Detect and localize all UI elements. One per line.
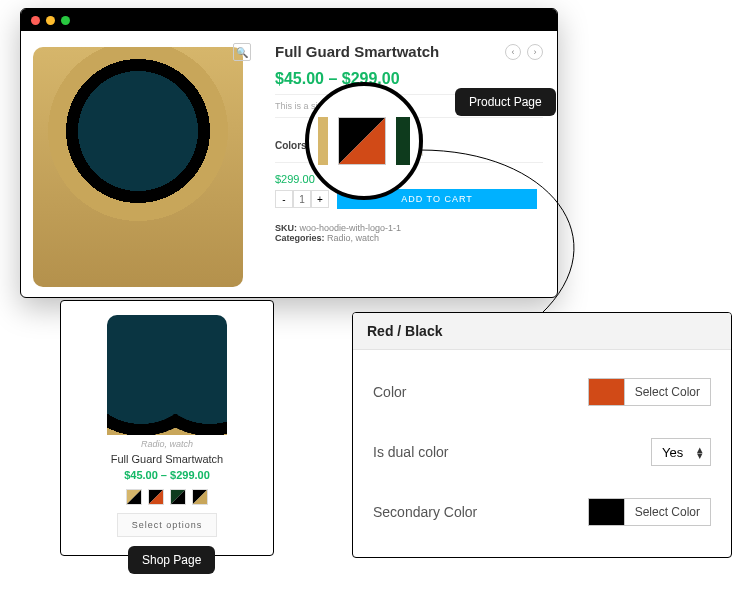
image-zoom-button[interactable]: 🔍 <box>233 43 251 61</box>
secondary-color-picker[interactable]: Select Color <box>588 498 711 526</box>
magnified-swatch-red-black <box>338 117 386 165</box>
qty-increase-button[interactable]: + <box>311 190 329 208</box>
connector-curve <box>410 140 630 320</box>
sku-value: woo-hoodie-with-logo-1-1 <box>300 223 402 233</box>
prev-product-button[interactable]: ‹ <box>505 44 521 60</box>
shop-page-card: Radio, watch Full Guard Smartwatch $45.0… <box>60 300 274 556</box>
setting-label-secondary: Secondary Color <box>373 504 477 520</box>
window-minimize-icon[interactable] <box>46 16 55 25</box>
shop-product-price: $45.00 – $299.00 <box>71 469 263 481</box>
setting-row-is-dual: Is dual color Yes ▴▾ <box>373 422 711 482</box>
product-image-column: 🔍 <box>21 31 261 297</box>
categories-value: Radio, watch <box>327 233 379 243</box>
categories-label: Categories: <box>275 233 325 243</box>
product-title: Full Guard Smartwatch <box>275 43 439 60</box>
secondary-color-button-label: Select Color <box>625 505 710 519</box>
qty-decrease-button[interactable]: - <box>275 190 293 208</box>
shop-product-category: Radio, watch <box>71 439 263 449</box>
window-zoom-icon[interactable] <box>61 16 70 25</box>
sku-label: SKU: <box>275 223 297 233</box>
shop-product-title[interactable]: Full Guard Smartwatch <box>71 453 263 465</box>
swatch-settings-panel: Red / Black Color Select Color Is dual c… <box>352 312 732 558</box>
setting-row-secondary-color: Secondary Color Select Color <box>373 482 711 542</box>
shop-color-swatch-0[interactable] <box>126 489 142 505</box>
shop-color-swatch-1[interactable] <box>148 489 164 505</box>
secondary-color-chip <box>589 499 625 525</box>
setting-label-is-dual: Is dual color <box>373 444 448 460</box>
colors-label: Colors <box>275 140 307 151</box>
quantity-stepper: - 1 + <box>275 190 329 208</box>
setting-row-color: Color Select Color <box>373 362 711 422</box>
shop-color-swatch-3[interactable] <box>192 489 208 505</box>
magnifier-lens <box>305 82 423 200</box>
qty-value: 1 <box>293 190 311 208</box>
magnifier-edge-right <box>396 117 410 165</box>
select-options-button[interactable]: Select options <box>117 513 218 537</box>
callout-shop-page: Shop Page <box>128 546 215 574</box>
settings-header: Red / Black <box>353 313 731 350</box>
primary-color-chip <box>589 379 625 405</box>
shop-swatch-row <box>71 489 263 505</box>
setting-label-color: Color <box>373 384 406 400</box>
primary-color-button-label: Select Color <box>625 385 710 399</box>
window-close-icon[interactable] <box>31 16 40 25</box>
shop-product-image[interactable] <box>107 315 227 435</box>
is-dual-select[interactable]: Yes <box>651 438 711 466</box>
window-titlebar <box>21 9 557 31</box>
callout-product-page: Product Page <box>455 88 556 116</box>
product-price-range: $45.00 – $299.00 <box>275 70 543 88</box>
primary-color-picker[interactable]: Select Color <box>588 378 711 406</box>
next-product-button[interactable]: › <box>527 44 543 60</box>
product-image[interactable] <box>33 47 243 287</box>
magnifier-edge-left <box>318 117 328 165</box>
shop-color-swatch-2[interactable] <box>170 489 186 505</box>
